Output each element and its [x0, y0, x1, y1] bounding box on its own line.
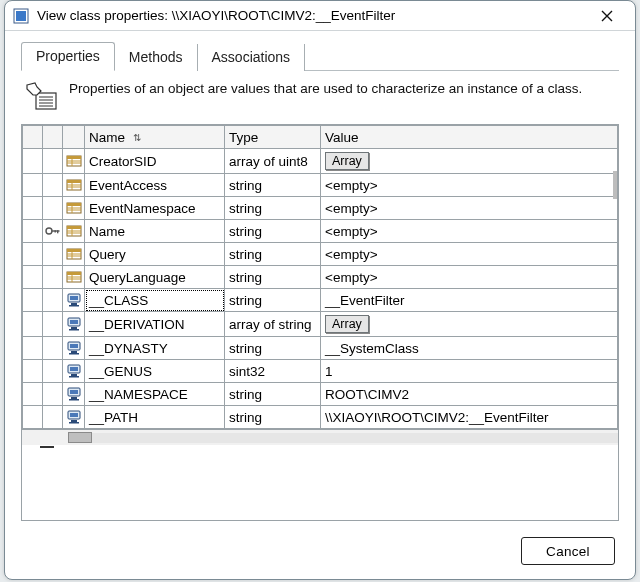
resize-handle-icon[interactable]	[40, 436, 54, 451]
property-name-cell[interactable]: __DYNASTY	[85, 337, 225, 360]
app-icon	[13, 8, 29, 24]
property-type-cell[interactable]: string	[225, 289, 321, 312]
svg-rect-13	[67, 180, 81, 183]
svg-rect-54	[70, 367, 78, 371]
property-type-cell[interactable]: string	[225, 220, 321, 243]
property-value-cell[interactable]: 1	[321, 360, 618, 383]
property-value-cell[interactable]: <empty>	[321, 266, 618, 289]
system-property-icon	[63, 289, 85, 312]
property-type-cell[interactable]: string	[225, 266, 321, 289]
property-type-cell[interactable]: string	[225, 174, 321, 197]
property-type-cell[interactable]: array of uint8	[225, 149, 321, 174]
svg-rect-50	[70, 344, 78, 348]
property-type-cell[interactable]: string	[225, 197, 321, 220]
property-value-cell[interactable]: <empty>	[321, 174, 618, 197]
property-value-cell[interactable]: <empty>	[321, 220, 618, 243]
property-value-cell[interactable]: __EventFilter	[321, 289, 618, 312]
row-selector-cell[interactable]	[23, 243, 43, 266]
properties-grid[interactable]: Name ⇅ Type Value CreatorSIDarray of uin…	[21, 124, 619, 521]
horizontal-scrollbar[interactable]	[22, 429, 618, 445]
property-name-cell[interactable]: __GENUS	[85, 360, 225, 383]
property-value-cell[interactable]: ROOT\CIMV2	[321, 383, 618, 406]
grid-header-type[interactable]: Type	[225, 126, 321, 149]
table-row[interactable]: Namestring<empty>	[23, 220, 618, 243]
table-row[interactable]: __DYNASTYstring__SystemClass	[23, 337, 618, 360]
row-selector-cell[interactable]	[23, 360, 43, 383]
grid-header-blank3[interactable]	[63, 126, 85, 149]
key-indicator-cell	[43, 243, 63, 266]
table-row[interactable]: __NAMESPACEstringROOT\CIMV2	[23, 383, 618, 406]
property-name-cell[interactable]: __CLASS	[85, 289, 225, 312]
grid-header-blank1[interactable]	[23, 126, 43, 149]
close-button[interactable]	[587, 1, 627, 31]
tab-associations[interactable]: Associations	[198, 44, 306, 71]
property-type-cell[interactable]: string	[225, 243, 321, 266]
property-value-cell[interactable]: Array	[321, 149, 618, 174]
table-row[interactable]: EventAccessstring<empty>	[23, 174, 618, 197]
row-selector-cell[interactable]	[23, 337, 43, 360]
svg-rect-52	[69, 353, 79, 355]
tab-properties[interactable]: Properties	[21, 42, 115, 71]
property-name-cell[interactable]: EventAccess	[85, 174, 225, 197]
svg-rect-59	[71, 397, 77, 399]
table-row[interactable]: __DERIVATIONarray of stringArray	[23, 312, 618, 337]
array-button[interactable]: Array	[325, 152, 369, 170]
svg-rect-60	[69, 399, 79, 401]
table-row[interactable]: __CLASSstring__EventFilter	[23, 289, 618, 312]
cancel-button[interactable]: Cancel	[521, 537, 615, 565]
property-value-cell[interactable]: <empty>	[321, 243, 618, 266]
property-name-cell[interactable]: __DERIVATION	[85, 312, 225, 337]
property-type-cell[interactable]: array of string	[225, 312, 321, 337]
table-row[interactable]: EventNamespacestring<empty>	[23, 197, 618, 220]
row-selector-cell[interactable]	[23, 220, 43, 243]
row-selector-cell[interactable]	[23, 149, 43, 174]
property-type-cell[interactable]: string	[225, 383, 321, 406]
property-value-cell[interactable]: \\XIAOYI\ROOT\CIMV2:__EventFilter	[321, 406, 618, 429]
grid-header-name[interactable]: Name ⇅	[85, 126, 225, 149]
table-row[interactable]: CreatorSIDarray of uint8Array	[23, 149, 618, 174]
property-type-cell[interactable]: string	[225, 406, 321, 429]
grid-header-value[interactable]: Value	[321, 126, 618, 149]
row-selector-cell[interactable]	[23, 312, 43, 337]
value-text: ROOT\CIMV2	[325, 387, 409, 402]
grid-header-blank2[interactable]	[43, 126, 63, 149]
vertical-scroll-nub[interactable]	[613, 171, 617, 199]
property-icon	[63, 197, 85, 220]
titlebar[interactable]: View class properties: \\XIAOYI\ROOT\CIM…	[5, 1, 635, 31]
property-value-cell[interactable]: <empty>	[321, 197, 618, 220]
property-name-cell[interactable]: CreatorSID	[85, 149, 225, 174]
key-indicator-cell	[43, 312, 63, 337]
table-row[interactable]: QueryLanguagestring<empty>	[23, 266, 618, 289]
horizontal-scroll-thumb[interactable]	[68, 432, 92, 443]
row-selector-cell[interactable]	[23, 289, 43, 312]
property-name-cell[interactable]: Query	[85, 243, 225, 266]
system-property-icon	[63, 337, 85, 360]
table-row[interactable]: __PATHstring\\XIAOYI\ROOT\CIMV2:__EventF…	[23, 406, 618, 429]
property-type-cell[interactable]: sint32	[225, 360, 321, 383]
horizontal-scroll-track[interactable]	[68, 433, 618, 443]
row-selector-cell[interactable]	[23, 266, 43, 289]
row-selector-cell[interactable]	[23, 406, 43, 429]
row-selector-cell[interactable]	[23, 383, 43, 406]
system-property-icon	[63, 383, 85, 406]
property-value-cell[interactable]: Array	[321, 312, 618, 337]
property-name-cell[interactable]: QueryLanguage	[85, 266, 225, 289]
property-icon	[63, 174, 85, 197]
table-row[interactable]: __GENUSsint321	[23, 360, 618, 383]
row-selector-cell[interactable]	[23, 197, 43, 220]
tab-methods[interactable]: Methods	[115, 44, 198, 71]
array-button[interactable]: Array	[325, 315, 369, 333]
svg-rect-44	[69, 305, 79, 307]
property-name-cell[interactable]: __PATH	[85, 406, 225, 429]
row-selector-cell[interactable]	[23, 174, 43, 197]
value-text: 1	[325, 364, 333, 379]
property-value-cell[interactable]: __SystemClass	[321, 337, 618, 360]
property-name-cell[interactable]: EventNamespace	[85, 197, 225, 220]
property-name-cell[interactable]: __NAMESPACE	[85, 383, 225, 406]
property-icon	[63, 243, 85, 266]
hand-list-icon	[23, 81, 59, 114]
property-name-cell[interactable]: Name	[85, 220, 225, 243]
table-row[interactable]: Querystring<empty>	[23, 243, 618, 266]
value-text: __EventFilter	[325, 293, 405, 308]
property-type-cell[interactable]: string	[225, 337, 321, 360]
